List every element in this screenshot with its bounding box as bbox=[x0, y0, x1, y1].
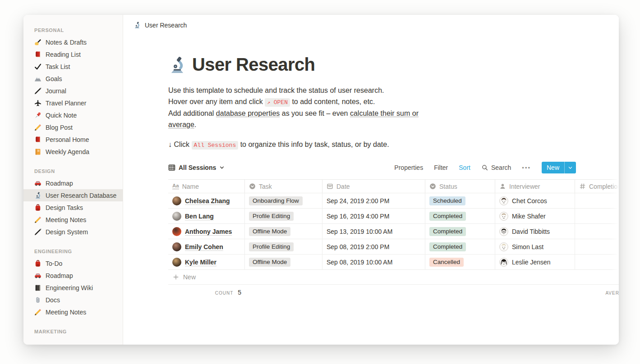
task-tag[interactable]: Offline Mode bbox=[249, 258, 290, 267]
sidebar-item-travel-planner[interactable]: Travel Planner bbox=[23, 97, 123, 109]
sidebar-item-label: Notes & Drafts bbox=[46, 39, 87, 46]
cell-task[interactable]: Offline Mode bbox=[245, 224, 322, 239]
sidebar-section-engineering: ENGINEERING To-Do Roadmap Engineering Wi… bbox=[23, 246, 123, 318]
cell-task[interactable]: Onboarding Flow bbox=[245, 193, 322, 208]
sidebar-item-user-research-database[interactable]: User Research Database bbox=[23, 189, 123, 201]
open-chip[interactable]: ↗ OPEN bbox=[265, 98, 290, 107]
status-tag[interactable]: Completed bbox=[429, 227, 466, 236]
column-header-status[interactable]: Status bbox=[425, 180, 495, 193]
breadcrumb-title[interactable]: User Research bbox=[145, 22, 187, 29]
more-options-icon[interactable]: ••• bbox=[522, 164, 531, 171]
sidebar-item-goals[interactable]: Goals bbox=[23, 73, 123, 85]
cell-completion[interactable] bbox=[575, 193, 619, 208]
description-text: as you see fit – even bbox=[280, 109, 350, 117]
search-button[interactable]: Search bbox=[481, 164, 511, 171]
page-link[interactable]: Kyle Miller bbox=[185, 259, 216, 266]
cell-status[interactable]: Scheduled bbox=[425, 193, 495, 208]
sidebar-item-label: Personal Home bbox=[46, 136, 89, 143]
task-tag[interactable]: Profile Editing bbox=[249, 242, 294, 251]
cell-status[interactable]: Completed bbox=[425, 239, 495, 254]
cell-name[interactable]: Ben Lang bbox=[168, 209, 245, 223]
cell-completion[interactable] bbox=[575, 209, 619, 223]
cell-interviewer[interactable]: Leslie Jensen bbox=[495, 255, 575, 269]
column-header-date[interactable]: Date bbox=[322, 180, 425, 193]
page-link[interactable]: Ben Lang bbox=[185, 213, 214, 220]
sidebar-item-blog-post[interactable]: Blog Post bbox=[23, 121, 123, 133]
sidebar-item-meeting-notes-engineering[interactable]: Meeting Notes bbox=[23, 306, 123, 318]
cell-date[interactable]: Sep 08, 2019 10:00 AM bbox=[322, 255, 425, 269]
task-tag[interactable]: Onboarding Flow bbox=[249, 196, 303, 205]
microscope-icon bbox=[134, 22, 141, 29]
page-link[interactable]: Chelsea Zhang bbox=[185, 197, 230, 205]
cell-date[interactable]: Sep 16, 2019 4:00 PM bbox=[322, 209, 425, 223]
sidebar-item-reading-list[interactable]: Reading List bbox=[23, 48, 123, 60]
cell-completion[interactable] bbox=[575, 224, 619, 239]
sidebar-item-design-tasks[interactable]: Design Tasks bbox=[23, 201, 123, 214]
all-sessions-chip[interactable]: All Sessions bbox=[192, 141, 239, 150]
new-button-dropdown[interactable] bbox=[564, 162, 576, 173]
cell-interviewer[interactable]: Chet Corcos bbox=[495, 193, 575, 208]
cell-name[interactable]: Emily Cohen bbox=[168, 239, 245, 254]
page-link[interactable]: Emily Cohen bbox=[185, 243, 223, 250]
view-switcher[interactable]: All Sessions bbox=[168, 164, 225, 171]
cell-name[interactable]: Chelsea Zhang bbox=[168, 193, 245, 208]
sidebar-item-meeting-notes-design[interactable]: Meeting Notes bbox=[23, 214, 123, 226]
description-line-1: Use this template to schedule and track … bbox=[168, 85, 421, 96]
status-tag[interactable]: Cancelled bbox=[429, 258, 464, 267]
task-tag[interactable]: Offline Mode bbox=[249, 227, 290, 236]
column-header-completion[interactable]: Completion bbox=[575, 180, 619, 193]
column-header-name[interactable]: AaName bbox=[168, 180, 245, 193]
cell-completion[interactable] bbox=[575, 255, 619, 269]
filter-button[interactable]: Filter bbox=[434, 164, 448, 171]
column-header-task[interactable]: Task bbox=[245, 180, 322, 193]
sidebar-item-roadmap-engineering[interactable]: Roadmap bbox=[23, 269, 123, 282]
status-tag[interactable]: Completed bbox=[429, 242, 466, 251]
cell-interviewer[interactable]: David Tibbitts bbox=[495, 224, 575, 239]
cell-task[interactable]: Offline Mode bbox=[245, 255, 322, 269]
sidebar-item-label: Goals bbox=[46, 75, 62, 82]
red-book-icon bbox=[34, 136, 41, 143]
sidebar-item-personal-home[interactable]: Personal Home bbox=[23, 133, 123, 146]
page-title-text[interactable]: User Research bbox=[192, 55, 315, 74]
sidebar-item-label: To-Do bbox=[46, 260, 62, 267]
status-tag[interactable]: Completed bbox=[429, 212, 466, 221]
cell-status[interactable]: Completed bbox=[425, 209, 495, 223]
microscope-icon[interactable] bbox=[168, 56, 186, 74]
status-tag[interactable]: Scheduled bbox=[429, 196, 465, 205]
page-link[interactable]: Anthony James bbox=[185, 228, 232, 235]
sidebar-item-design-system[interactable]: Design System bbox=[23, 226, 123, 238]
sort-button[interactable]: Sort bbox=[459, 164, 470, 171]
cell-task[interactable]: Profile Editing bbox=[245, 209, 322, 223]
avatar bbox=[172, 212, 181, 221]
sidebar-item-notes-drafts[interactable]: Notes & Drafts bbox=[23, 36, 123, 48]
cell-date[interactable]: Sep 13, 2019 10:00 AM bbox=[322, 224, 425, 239]
column-header-interviewer[interactable]: Interviewer bbox=[495, 180, 575, 193]
properties-button[interactable]: Properties bbox=[394, 164, 423, 171]
cell-status[interactable]: Cancelled bbox=[425, 255, 495, 269]
database-properties-link[interactable]: database properties bbox=[216, 109, 280, 117]
cell-date[interactable]: Sep 24, 2019 2:00 PM bbox=[322, 193, 425, 208]
sidebar-item-weekly-agenda[interactable]: Weekly Agenda bbox=[23, 146, 123, 158]
cell-date[interactable]: Sep 08, 2019 2:00 PM bbox=[322, 239, 425, 254]
cell-name[interactable]: Kyle Miller bbox=[168, 255, 245, 269]
sidebar-item-roadmap-design[interactable]: Roadmap bbox=[23, 177, 123, 189]
new-button-label[interactable]: New bbox=[542, 162, 564, 173]
sidebar-item-docs[interactable]: Docs bbox=[23, 294, 123, 306]
average-calculation[interactable]: AVERAGE bbox=[575, 289, 619, 296]
new-button[interactable]: New bbox=[542, 162, 576, 173]
cell-completion[interactable] bbox=[575, 239, 619, 254]
sidebar-item-quick-note[interactable]: Quick Note bbox=[23, 109, 123, 121]
add-row-button[interactable]: New bbox=[168, 270, 619, 285]
breadcrumb[interactable]: User Research bbox=[123, 15, 619, 36]
task-tag[interactable]: Profile Editing bbox=[249, 212, 294, 221]
sidebar-item-to-do[interactable]: To-Do bbox=[23, 257, 123, 269]
cell-interviewer[interactable]: Simon Last bbox=[495, 239, 575, 254]
sidebar-item-journal[interactable]: Journal bbox=[23, 85, 123, 97]
sidebar-item-task-list[interactable]: Task List bbox=[23, 60, 123, 73]
cell-name[interactable]: Anthony James bbox=[168, 224, 245, 239]
cell-status[interactable]: Completed bbox=[425, 224, 495, 239]
sidebar-item-engineering-wiki[interactable]: Engineering Wiki bbox=[23, 282, 123, 294]
cell-interviewer[interactable]: Mike Shafer bbox=[495, 209, 575, 223]
cell-task[interactable]: Profile Editing bbox=[245, 239, 322, 254]
count-calculation[interactable]: COUNT 5 bbox=[168, 289, 245, 296]
